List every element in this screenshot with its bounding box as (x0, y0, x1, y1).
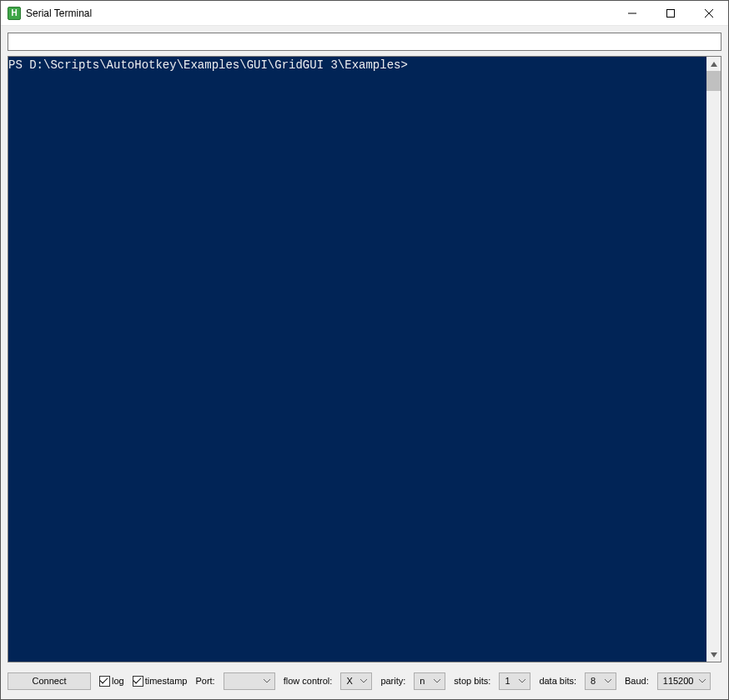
connect-button[interactable]: Connect (8, 672, 91, 690)
command-input[interactable] (8, 33, 721, 51)
timestamp-checkbox-wrap: timestamp (133, 676, 188, 687)
scroll-thumb[interactable] (706, 71, 721, 91)
window-controls (613, 1, 728, 25)
parity-label: parity: (380, 676, 405, 686)
stop-bits-label: stop bits: (454, 676, 490, 686)
flow-control-value: X (346, 676, 354, 686)
titlebar: H Serial Terminal (1, 1, 728, 26)
terminal-output[interactable]: PS D:\Scripts\AutoHotkey\Examples\GUI\Gr… (8, 57, 706, 662)
stop-bits-value: 1 (505, 676, 513, 686)
chevron-down-icon (516, 677, 528, 685)
terminal-container: PS D:\Scripts\AutoHotkey\Examples\GUI\Gr… (8, 56, 721, 662)
svg-marker-4 (711, 62, 717, 67)
baud-select[interactable]: 115200 (657, 672, 711, 690)
minimize-button[interactable] (613, 1, 651, 25)
data-bits-label: data bits: (539, 676, 576, 686)
client-area: PS D:\Scripts\AutoHotkey\Examples\GUI\Gr… (1, 26, 728, 699)
svg-rect-1 (667, 9, 675, 17)
port-select[interactable] (224, 672, 275, 690)
chevron-down-icon (358, 677, 370, 685)
data-bits-value: 8 (591, 676, 599, 686)
log-checkbox[interactable] (99, 676, 110, 687)
chevron-down-icon (696, 677, 708, 685)
data-bits-select[interactable]: 8 (585, 672, 616, 690)
scroll-track[interactable] (706, 71, 721, 647)
baud-label: Baud: (625, 676, 649, 686)
timestamp-checkbox[interactable] (133, 676, 143, 687)
flow-control-select[interactable]: X (340, 672, 372, 690)
baud-value: 115200 (663, 676, 694, 686)
stop-bits-select[interactable]: 1 (499, 672, 530, 690)
scroll-down-button[interactable] (706, 647, 721, 662)
scroll-up-button[interactable] (706, 57, 721, 71)
port-label: Port: (195, 676, 214, 686)
chevron-down-icon (431, 677, 443, 685)
bottom-toolbar: Connect log timestamp Port: flow control… (8, 671, 721, 691)
app-window: H Serial Terminal PS D:\Scripts\AutoHotk… (0, 0, 729, 700)
flow-control-label: flow control: (284, 676, 333, 686)
title-left: H Serial Terminal (1, 7, 613, 20)
parity-select[interactable]: n (414, 672, 445, 690)
close-button[interactable] (690, 1, 728, 25)
window-title: Serial Terminal (26, 8, 92, 19)
chevron-down-icon (602, 677, 614, 685)
svg-marker-5 (711, 652, 717, 657)
app-icon: H (8, 7, 21, 20)
maximize-button[interactable] (651, 1, 690, 25)
parity-value: n (420, 676, 428, 686)
timestamp-label: timestamp (145, 676, 188, 686)
log-label: log (112, 676, 124, 686)
chevron-down-icon (261, 677, 273, 685)
vertical-scrollbar[interactable] (706, 57, 721, 662)
log-checkbox-wrap: log (99, 676, 124, 687)
